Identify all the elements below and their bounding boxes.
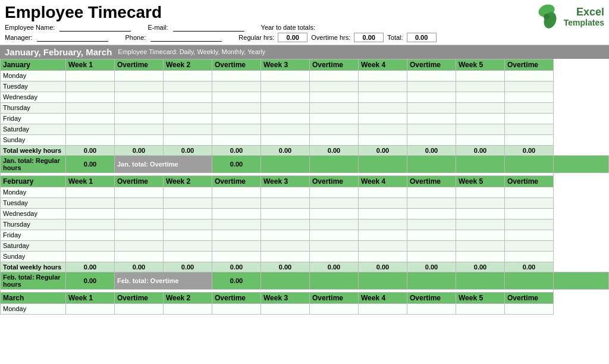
jan-overtime-value: 0.00: [212, 155, 261, 172]
ytd-label: Year to date totals:: [261, 24, 315, 31]
feb-monthly-total-row: Feb. total: Regular hours 0.00 Feb. tota…: [1, 272, 609, 289]
jan-total-label: Total weekly hours: [1, 145, 66, 155]
jan-wednesday-label: Wednesday: [1, 92, 66, 102]
feb-total-label: Total weekly hours: [1, 262, 66, 272]
jan-week3-header: Week 3: [261, 59, 310, 70]
jan-total-ot3: 0.00: [310, 145, 359, 155]
phone-label: Phone:: [125, 34, 146, 41]
jan-week4-header: Week 4: [359, 59, 407, 70]
jan-total-ot5: 0.00: [505, 145, 554, 155]
regular-hrs-label: Regular hrs:: [238, 34, 274, 41]
jan-total-w4: 0.00: [359, 145, 407, 155]
jan-monthly-total-row: Jan. total: Regular hours 0.00 Jan. tota…: [1, 155, 609, 172]
feb-regular-value: 0.00: [66, 272, 115, 289]
jan-mon-ot5[interactable]: [505, 70, 554, 81]
jan-tuesday-label: Tuesday: [1, 81, 66, 92]
jan-mon-ot2[interactable]: [212, 70, 261, 81]
subtitle-bar: January, February, March Employee Timeca…: [0, 45, 609, 59]
jan-mon-ot1[interactable]: [115, 70, 164, 81]
jan-mon-ot3[interactable]: [310, 70, 359, 81]
jan-ot4-header: Overtime: [407, 59, 456, 70]
header-left: Employee Timecard Employee Name: E-mail:…: [5, 4, 515, 42]
jan-total-ot2: 0.00: [212, 145, 261, 155]
feb-friday-row: Friday: [1, 230, 609, 240]
jan-friday-row: Friday: [1, 113, 609, 124]
january-month-label: January: [1, 59, 66, 70]
logo-area: Excel Templates: [515, 4, 604, 30]
feb-tuesday-row: Tuesday: [1, 197, 609, 208]
jan-sunday-row: Sunday: [1, 134, 609, 145]
mar-monday-row: Monday: [1, 303, 609, 314]
employee-name-label: Employee Name:: [5, 24, 55, 31]
jan-mon-w2[interactable]: [164, 70, 212, 81]
email-input[interactable]: [173, 23, 244, 32]
jan-total-row: Total weekly hours 0.00 0.00 0.00 0.00 0…: [1, 145, 609, 155]
jan-mon-ot4[interactable]: [407, 70, 456, 81]
page-title: Employee Timecard: [5, 4, 515, 22]
subtitle-months: January, February, March: [5, 47, 112, 57]
jan-thursday-label: Thursday: [1, 102, 66, 113]
logo-line1: Excel: [564, 7, 604, 18]
jan-total-ot4: 0.00: [407, 145, 456, 155]
app: Employee Timecard Employee Name: E-mail:…: [0, 0, 609, 315]
february-month-label: February: [1, 175, 66, 187]
employee-name-input[interactable]: [59, 23, 131, 32]
fields-row2: Manager: Phone: Regular hrs: 0.00 Overti…: [5, 33, 515, 42]
jan-thursday-row: Thursday: [1, 102, 609, 113]
jan-sunday-label: Sunday: [1, 134, 66, 145]
jan-regular-value: 0.00: [66, 155, 115, 172]
jan-saturday-label: Saturday: [1, 124, 66, 134]
phone-input[interactable]: [150, 33, 222, 42]
email-label: E-mail:: [147, 24, 168, 31]
jan-mon-w3[interactable]: [261, 70, 310, 81]
march-month-label: March: [1, 292, 66, 303]
timecard-table: January Week 1 Overtime Week 2 Overtime …: [0, 59, 609, 315]
february-header-row: February Week 1 Overtime Week 2 Overtime…: [1, 175, 609, 187]
jan-total-w1: 0.00: [66, 145, 115, 155]
jan-mon-w5[interactable]: [456, 70, 505, 81]
jan-total-w3: 0.00: [261, 145, 310, 155]
jan-saturday-row: Saturday: [1, 124, 609, 134]
logo-graphic: [533, 4, 560, 30]
fields-row1: Employee Name: E-mail: Year to date tota…: [5, 23, 515, 32]
subtitle-description: Employee Timecard: Daily, Weekly, Monthl…: [118, 48, 265, 55]
overtime-hrs-label: Overtime hrs:: [311, 34, 350, 41]
logo-line2: Templates: [564, 18, 604, 27]
regular-hrs-value: 0.00: [278, 33, 307, 42]
manager-input[interactable]: [37, 33, 108, 42]
jan-tuesday-row: Tuesday: [1, 81, 609, 92]
jan-monday-label: Monday: [1, 70, 66, 81]
feb-monday-row: Monday: [1, 187, 609, 197]
svg-point-2: [544, 14, 550, 20]
header: Employee Timecard Employee Name: E-mail:…: [0, 0, 609, 45]
jan-week1-header: Week 1: [66, 59, 115, 70]
march-header-row: March Week 1 Overtime Week 2 Overtime We…: [1, 292, 609, 303]
jan-regular-label: Jan. total: Regular hours: [1, 155, 66, 172]
jan-week5-header: Week 5: [456, 59, 505, 70]
table-area: January Week 1 Overtime Week 2 Overtime …: [0, 59, 609, 315]
feb-overtime-value: 0.00: [212, 272, 261, 289]
jan-ot5-header: Overtime: [505, 59, 554, 70]
jan-wednesday-row: Wednesday: [1, 92, 609, 102]
ytd-section: Year to date totals:: [261, 24, 315, 31]
jan-ot2-header: Overtime: [212, 59, 261, 70]
feb-overtime-label: Feb. total: Overtime: [115, 272, 212, 289]
jan-monday-row: Monday: [1, 70, 609, 81]
january-header-row: January Week 1 Overtime Week 2 Overtime …: [1, 59, 609, 70]
feb-wednesday-row: Wednesday: [1, 208, 609, 219]
total-label: Total:: [387, 34, 403, 41]
jan-week2-header: Week 2: [164, 59, 212, 70]
jan-ot3-header: Overtime: [310, 59, 359, 70]
feb-thursday-row: Thursday: [1, 219, 609, 230]
feb-saturday-row: Saturday: [1, 240, 609, 251]
overtime-hrs-value: 0.00: [354, 33, 384, 42]
jan-total-w5: 0.00: [456, 145, 505, 155]
feb-sunday-row: Sunday: [1, 251, 609, 262]
manager-label: Manager:: [5, 34, 32, 41]
jan-mon-w4[interactable]: [359, 70, 407, 81]
jan-friday-label: Friday: [1, 113, 66, 124]
jan-mon-w1[interactable]: [66, 70, 115, 81]
jan-total-w2: 0.00: [164, 145, 212, 155]
jan-ot1-header: Overtime: [115, 59, 164, 70]
jan-total-ot1: 0.00: [115, 145, 164, 155]
